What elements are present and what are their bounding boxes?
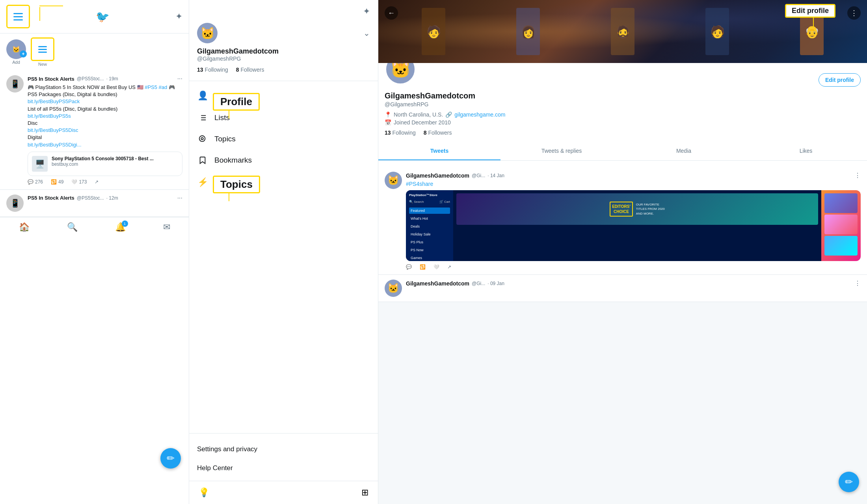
profile-following-stat[interactable]: 13 Following: [385, 130, 416, 136]
profile-panel: ← ⋮ 🧑 👩 🧔 🧑 👴 Edit profile 🐱 Edit profil…: [378, 0, 867, 504]
menu-stats: 13 Following 8 Followers: [197, 67, 370, 73]
nav-search[interactable]: 🔍: [67, 222, 78, 232]
menu-item-bookmarks-label: Bookmarks: [214, 156, 252, 165]
user-avatar-container: 🐱 + Add: [6, 39, 26, 65]
menu-avatar[interactable]: 🐱: [197, 23, 218, 43]
tweet-link-3[interactable]: bit.ly/BestBuyPS5Disc: [28, 127, 78, 133]
profile-tweet-1: 🐱 GilgameshGamedotcom @Gi... · 14 Jan ⋮ …: [378, 167, 867, 275]
more-options-button[interactable]: ⋮: [847, 6, 861, 20]
menu-item-topics[interactable]: Topics: [189, 128, 378, 150]
compose-button[interactable]: ✏: [160, 448, 181, 469]
ps-sidebar-psplus: PS Plus: [409, 239, 450, 245]
comment-action[interactable]: 💬 276: [28, 179, 43, 185]
tab-tweets[interactable]: Tweets: [378, 142, 500, 160]
menu-footer: 💡 ⊞: [189, 481, 378, 504]
profile-tweet-more-2[interactable]: ⋮: [854, 280, 861, 287]
topics-icon: [197, 135, 208, 143]
ps-thumb-3: [824, 236, 858, 256]
profile-tweet-text-1: #PS4share: [406, 181, 861, 187]
tab-tweets-replies[interactable]: Tweets & replies: [500, 142, 623, 160]
comment-count: 276: [35, 179, 43, 185]
moments-icon: ⚡: [197, 177, 208, 187]
profile-tweet-time-2: · 09 Jan: [487, 281, 504, 286]
profile-tweet-handle-1: @Gi...: [472, 173, 485, 178]
menu-sparkle-icon[interactable]: ✦: [363, 6, 370, 17]
tweet-body-2: PS5 In Stock Alerts @PS5Stoc... · 12m ··…: [28, 195, 182, 212]
menu-help[interactable]: Help Center: [197, 459, 370, 478]
tweet-card-title: Sony PlayStation 5 Console 3005718 - Bes…: [52, 156, 178, 161]
menu-item-bookmarks[interactable]: Bookmarks: [189, 150, 378, 171]
tweet-item: 📱 PS5 In Stock Alerts @PS5Stoc... · 19m …: [0, 70, 189, 190]
tweet-more-icon-2[interactable]: ···: [177, 195, 182, 202]
edit-profile-annotation-arrow: [813, 18, 814, 28]
light-mode-icon[interactable]: 💡: [199, 487, 209, 498]
profile-tweet-name-1: GilgameshGamedotcom: [406, 172, 469, 179]
menu-settings[interactable]: Settings and privacy: [197, 440, 370, 459]
tweet-body: PS5 In Stock Alerts @PS5Stoc... · 19m ··…: [28, 75, 182, 185]
tweet-card-subtitle: bestbuy.com: [52, 161, 178, 167]
profile-like-action[interactable]: 🤍: [434, 264, 439, 270]
profile-comment-action[interactable]: 💬: [406, 264, 412, 270]
profile-header-banner: ← ⋮ 🧑 👩 🧔 🧑 👴 Edit profile: [378, 0, 867, 63]
profile-joined: 📅 Joined December 2010: [385, 119, 861, 126]
tweet-avatar-2: 📱: [6, 195, 24, 212]
new-badge[interactable]: [31, 37, 54, 61]
tweet-text: 🎮 PlayStation 5 In Stock NOW at Best Buy…: [28, 84, 182, 148]
like-count: 173: [79, 179, 87, 185]
ps-thumb-1: [824, 193, 858, 213]
tab-media[interactable]: Media: [623, 142, 745, 160]
followers-stat[interactable]: 8 Followers: [236, 67, 264, 73]
profile-icon: 👤: [197, 91, 208, 101]
tab-likes[interactable]: Likes: [745, 142, 867, 160]
add-account-button[interactable]: +: [20, 50, 27, 57]
tweet-meta-2: PS5 In Stock Alerts @PS5Stoc... · 12m ··…: [28, 195, 182, 202]
tweet-name: PS5 In Stock Alerts: [28, 76, 74, 82]
tweet-link-4[interactable]: bit.ly/BestBuyPS5Digi...: [28, 142, 82, 148]
nav-messages[interactable]: ✉: [163, 222, 170, 232]
profile-tabs: Tweets Tweets & replies Media Likes: [378, 142, 867, 161]
new-badge-container: New: [31, 37, 54, 67]
tweet-more-icon[interactable]: ···: [177, 75, 182, 82]
tweet-link-2[interactable]: bit.ly/BestBuyPS5s: [28, 113, 71, 119]
following-stat[interactable]: 13 Following: [197, 67, 228, 73]
qr-code-icon[interactable]: ⊞: [361, 487, 368, 498]
ps-store-image: PlayStation™Store 🔍 Search🛒 Cart Feature…: [406, 190, 861, 261]
tweet-actions: 💬 276 🔁 49 🤍 173 ↗: [28, 179, 182, 185]
ps-sidebar-whats-hot: What's Hot: [409, 215, 450, 222]
following-count: 13: [197, 67, 203, 73]
website-link[interactable]: gilgameshgame.com: [454, 111, 505, 118]
menu-item-topics-label: Topics: [214, 135, 236, 143]
nav-notifications[interactable]: 🔔 1: [115, 222, 126, 232]
avatar-cat-icon: 🐱: [12, 46, 20, 53]
ps-thumb-2: [824, 215, 858, 234]
ps-sidebar-featured: Featured: [409, 208, 450, 214]
profile-tweet-handle-2: @Gi...: [472, 281, 485, 286]
menu-items-list: Profile 👤 Profile Lists: [189, 81, 378, 430]
ps-right-panel: [821, 190, 861, 261]
like-action[interactable]: 🤍 173: [71, 179, 87, 185]
share-action[interactable]: ↗: [95, 179, 99, 185]
profile-share-action[interactable]: ↗: [447, 264, 451, 270]
tweet-card[interactable]: 🖥️ Sony PlayStation 5 Console 3005718 - …: [28, 152, 182, 176]
retweet-action[interactable]: 🔁 49: [51, 179, 63, 185]
feed-panel: 🐦 ✦ 🐱 + Add New 📱: [0, 0, 189, 504]
profile-tweet-actions-1: 💬 🔁 🤍 ↗: [406, 264, 861, 270]
sparkle-icon[interactable]: ✦: [175, 11, 182, 22]
menu-button[interactable]: [6, 5, 30, 28]
profile-compose-button[interactable]: ✏: [839, 472, 859, 492]
tweet-link-1[interactable]: bit.ly/BestBuyPS5Pack: [28, 98, 80, 104]
profile-tweet-body-2: GilgameshGamedotcom @Gi... · 09 Jan ⋮: [406, 280, 861, 297]
profile-tweet-more-1[interactable]: ⋮: [854, 172, 861, 179]
ps-hero-text: EDITORS'CHOICE: [612, 204, 631, 214]
profile-tweet-avatar-2: 🐱: [385, 280, 402, 297]
retweet-icon: 🔁: [51, 179, 57, 185]
nav-home[interactable]: 🏠: [19, 222, 30, 232]
profile-followers-stat[interactable]: 8 Followers: [424, 130, 452, 136]
profile-following-count: 13: [385, 130, 391, 136]
back-button[interactable]: ←: [385, 6, 398, 20]
menu-chevron-icon[interactable]: ⌄: [363, 28, 370, 38]
tweet-handle-2: @PS5Stoc...: [77, 195, 104, 201]
edit-profile-button[interactable]: Edit profile: [819, 73, 861, 87]
lists-icon: [197, 113, 208, 122]
profile-retweet-action[interactable]: 🔁: [420, 264, 426, 270]
